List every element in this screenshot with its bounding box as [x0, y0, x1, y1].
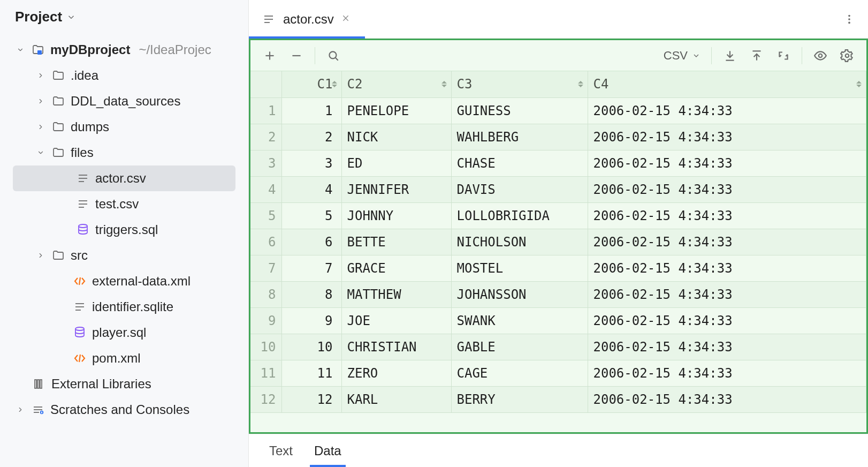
cell-c2[interactable]: NICK: [341, 124, 451, 150]
cell-c3[interactable]: LOLLOBRIGIDA: [451, 202, 588, 229]
chevron-right-icon[interactable]: [35, 96, 46, 107]
close-icon[interactable]: [341, 14, 352, 25]
cell-c4[interactable]: 2006-02-15 4:34:33: [588, 229, 866, 255]
table-row[interactable]: 77GRACEMOSTEL2006-02-15 4:34:33: [250, 255, 866, 281]
table-row[interactable]: 1212KARLBERRY2006-02-15 4:34:33: [250, 386, 866, 412]
column-header-c3[interactable]: C3: [451, 71, 588, 97]
row-number[interactable]: 7: [250, 255, 281, 281]
row-number[interactable]: 4: [250, 176, 281, 202]
cell-c3[interactable]: GABLE: [451, 334, 588, 360]
cell-c3[interactable]: WAHLBERG: [451, 124, 588, 150]
tree-node-external-xml[interactable]: external-data.xml: [0, 268, 248, 294]
tree-node-ddl[interactable]: DDL_data_sources: [0, 88, 248, 114]
cell-c1[interactable]: 3: [281, 150, 341, 176]
cell-c4[interactable]: 2006-02-15 4:34:33: [588, 176, 866, 202]
cell-c1[interactable]: 2: [281, 124, 341, 150]
row-number[interactable]: 1: [250, 97, 281, 124]
tree-node-triggers[interactable]: triggers.sql: [0, 217, 248, 243]
chevron-right-icon[interactable]: [35, 70, 46, 81]
table-row[interactable]: 88MATTHEWJOHANSSON2006-02-15 4:34:33: [250, 281, 866, 307]
row-number[interactable]: 2: [250, 124, 281, 150]
cell-c3[interactable]: DAVIS: [451, 176, 588, 202]
cell-c4[interactable]: 2006-02-15 4:34:33: [588, 202, 866, 229]
cell-c4[interactable]: 2006-02-15 4:34:33: [588, 124, 866, 150]
cell-c1[interactable]: 9: [281, 307, 341, 334]
row-header-corner[interactable]: [250, 71, 281, 97]
cell-c2[interactable]: MATTHEW: [341, 281, 451, 307]
cell-c1[interactable]: 12: [281, 386, 341, 412]
sort-icon[interactable]: [856, 81, 862, 87]
table-row[interactable]: 22NICKWAHLBERG2006-02-15 4:34:33: [250, 124, 866, 150]
row-number[interactable]: 9: [250, 307, 281, 334]
cell-c3[interactable]: JOHANSSON: [451, 281, 588, 307]
column-header-c4[interactable]: C4: [588, 71, 866, 97]
cell-c3[interactable]: NICHOLSON: [451, 229, 588, 255]
table-row[interactable]: 66BETTENICHOLSON2006-02-15 4:34:33: [250, 229, 866, 255]
cell-c2[interactable]: PENELOPE: [341, 97, 451, 124]
tree-node-actor[interactable]: actor.csv: [13, 165, 235, 191]
table-row[interactable]: 99JOESWANK2006-02-15 4:34:33: [250, 307, 866, 334]
row-number[interactable]: 10: [250, 334, 281, 360]
table-row[interactable]: 1010CHRISTIANGABLE2006-02-15 4:34:33: [250, 334, 866, 360]
settings-button[interactable]: [835, 44, 859, 67]
data-grid[interactable]: C1 C2 C3 C4 11PENELOPEGUINESS2006-02-15 …: [250, 71, 866, 432]
bottom-tab-text[interactable]: Text: [267, 434, 295, 467]
cell-c3[interactable]: GUINESS: [451, 97, 588, 124]
table-row[interactable]: 1111ZEROCAGE2006-02-15 4:34:33: [250, 360, 866, 386]
chevron-right-icon[interactable]: [35, 122, 46, 132]
tab-more-button[interactable]: [831, 0, 868, 38]
cell-c2[interactable]: KARL: [341, 386, 451, 412]
cell-c1[interactable]: 8: [281, 281, 341, 307]
table-row[interactable]: 33EDCHASE2006-02-15 4:34:33: [250, 150, 866, 176]
table-row[interactable]: 55JOHNNYLOLLOBRIGIDA2006-02-15 4:34:33: [250, 202, 866, 229]
cell-c4[interactable]: 2006-02-15 4:34:33: [588, 307, 866, 334]
cell-c3[interactable]: CHASE: [451, 150, 588, 176]
tree-node-dumps[interactable]: dumps: [0, 114, 248, 140]
chevron-down-icon[interactable]: [35, 147, 46, 158]
row-number[interactable]: 5: [250, 202, 281, 229]
tree-node-idea[interactable]: .idea: [0, 63, 248, 88]
row-number[interactable]: 12: [250, 386, 281, 412]
editor-tab-actor[interactable]: actor.csv: [249, 0, 365, 38]
add-row-button[interactable]: [258, 44, 281, 67]
cell-c2[interactable]: CHRISTIAN: [341, 334, 451, 360]
tree-node-src[interactable]: src: [0, 243, 248, 268]
cell-c3[interactable]: MOSTEL: [451, 255, 588, 281]
format-dropdown[interactable]: CSV: [659, 49, 705, 63]
row-number[interactable]: 8: [250, 281, 281, 307]
search-button[interactable]: [322, 44, 345, 67]
cell-c1[interactable]: 1: [281, 97, 341, 124]
tree-node-scratches[interactable]: Scratches and Consoles: [0, 397, 248, 423]
chevron-right-icon[interactable]: [15, 404, 26, 415]
export-button[interactable]: [745, 44, 768, 67]
cell-c1[interactable]: 5: [281, 202, 341, 229]
cell-c1[interactable]: 7: [281, 255, 341, 281]
tree-node-external-libs[interactable]: External Libraries: [0, 371, 248, 397]
tree-node-files[interactable]: files: [0, 140, 248, 165]
cell-c2[interactable]: JOHNNY: [341, 202, 451, 229]
tree-node-player[interactable]: player.sql: [0, 320, 248, 345]
tree-node-identifier[interactable]: identifier.sqlite: [0, 294, 248, 320]
chevron-down-icon[interactable]: [15, 44, 26, 55]
table-row[interactable]: 44JENNIFERDAVIS2006-02-15 4:34:33: [250, 176, 866, 202]
sort-icon[interactable]: [332, 81, 337, 87]
import-button[interactable]: [718, 44, 742, 67]
cell-c3[interactable]: BERRY: [451, 386, 588, 412]
cell-c4[interactable]: 2006-02-15 4:34:33: [588, 334, 866, 360]
transpose-button[interactable]: [772, 44, 795, 67]
project-header[interactable]: Project: [0, 0, 248, 35]
table-row[interactable]: 11PENELOPEGUINESS2006-02-15 4:34:33: [250, 97, 866, 124]
cell-c4[interactable]: 2006-02-15 4:34:33: [588, 150, 866, 176]
row-number[interactable]: 3: [250, 150, 281, 176]
cell-c2[interactable]: GRACE: [341, 255, 451, 281]
column-header-c1[interactable]: C1: [281, 71, 341, 97]
cell-c3[interactable]: SWANK: [451, 307, 588, 334]
cell-c2[interactable]: JENNIFER: [341, 176, 451, 202]
tree-node-root[interactable]: myDBproject ~/IdeaProjec: [0, 37, 248, 63]
view-button[interactable]: [809, 44, 832, 67]
cell-c4[interactable]: 2006-02-15 4:34:33: [588, 281, 866, 307]
cell-c2[interactable]: JOE: [341, 307, 451, 334]
cell-c2[interactable]: BETTE: [341, 229, 451, 255]
cell-c4[interactable]: 2006-02-15 4:34:33: [588, 360, 866, 386]
sort-icon[interactable]: [441, 81, 447, 87]
